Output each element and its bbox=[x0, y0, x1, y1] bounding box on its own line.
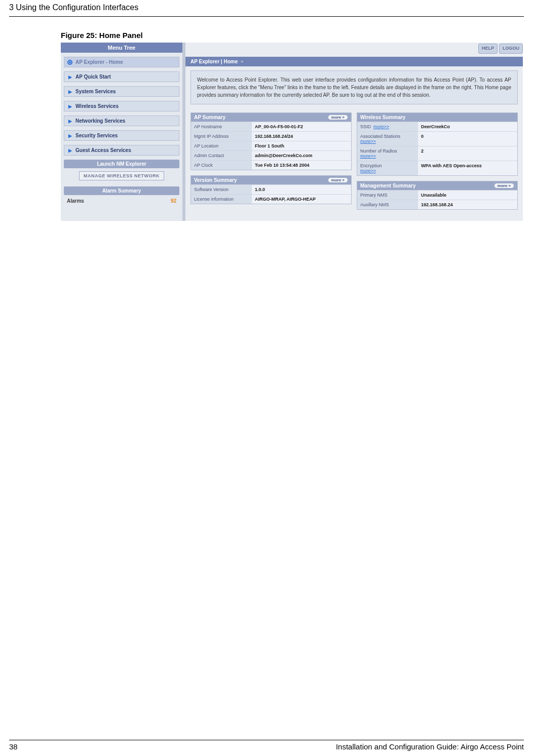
table-row: Mgmt IP Address 192.168.168.24/24 bbox=[191, 131, 351, 141]
table-row: License information AIRGO-MRAP, AIRGO-HE… bbox=[191, 194, 351, 204]
alarm-summary-bar: Alarm Summary bbox=[64, 186, 179, 195]
more-button[interactable]: more » bbox=[328, 177, 348, 183]
cell-key: Associated Stationsmore>> bbox=[357, 132, 418, 146]
cell-value: Floor 1 South bbox=[252, 141, 351, 150]
chevron-right-icon: ›› bbox=[241, 59, 243, 64]
panel-version-summary: Version Summary more » Software Version … bbox=[191, 175, 352, 204]
cell-key: Mgmt IP Address bbox=[191, 132, 252, 141]
cell-key: AP Clock bbox=[191, 161, 252, 170]
cell-value: 1.0.0 bbox=[252, 185, 351, 194]
panel-ap-summary: AP Summary more » AP Hostname AP_00-0A-F… bbox=[191, 112, 352, 170]
cell-value: 2 bbox=[418, 146, 517, 161]
more-link[interactable]: more>> bbox=[360, 154, 376, 159]
sidebar-item-security-services[interactable]: ▶ Security Services bbox=[64, 130, 179, 141]
more-button[interactable]: more » bbox=[328, 115, 348, 120]
more-link[interactable]: more>> bbox=[360, 168, 376, 173]
panels-row-1: AP Summary more » AP Hostname AP_00-0A-F… bbox=[185, 112, 523, 215]
cell-value: AP_00-0A-F5-00-01-F2 bbox=[252, 122, 351, 131]
table-row: AP Location Floor 1 South bbox=[191, 141, 351, 150]
sidebar-item-label: Security Services bbox=[75, 133, 118, 138]
sidebar-item-label: Wireless Services bbox=[75, 103, 119, 109]
topbar: HELP LOGOU bbox=[185, 43, 523, 54]
arrow-right-icon: ▶ bbox=[67, 148, 72, 153]
arrow-right-icon: ▶ bbox=[67, 133, 72, 138]
cell-key: AP Hostname bbox=[191, 122, 252, 131]
cell-value: Tue Feb 10 13:54:48 2004 bbox=[252, 161, 351, 170]
help-button[interactable]: HELP bbox=[478, 44, 498, 54]
arrow-right-icon: ▶ bbox=[67, 89, 72, 94]
sidebar-item-label: Guest Access Services bbox=[75, 147, 131, 153]
sidebar-item-label: AP Explorer - Home bbox=[75, 59, 123, 65]
sidebar-item-wireless-services[interactable]: ▶ Wireless Services bbox=[64, 101, 179, 111]
arrow-right-icon: ▶ bbox=[67, 74, 72, 80]
sidebar-item-guest-access-services[interactable]: ▶ Guest Access Services bbox=[64, 145, 179, 156]
cell-value: AIRGO-MRAP, AIRGO-HEAP bbox=[252, 195, 351, 204]
welcome-message: Welcome to Access Point Explorer. This w… bbox=[191, 70, 518, 104]
logout-button[interactable]: LOGOU bbox=[499, 44, 523, 54]
panel-title: AP Summary bbox=[194, 115, 225, 120]
table-row: AP Hostname AP_00-0A-F5-00-01-F2 bbox=[191, 122, 351, 131]
content-area: HELP LOGOU AP Explorer | Home ›› Welcome… bbox=[185, 43, 523, 221]
more-button[interactable]: more » bbox=[494, 183, 514, 188]
figure-caption: Figure 25: Home Panel bbox=[61, 31, 524, 40]
table-row: Software Version 1.0.0 bbox=[191, 184, 351, 194]
cell-key: Software Version bbox=[191, 185, 252, 194]
alarm-row: Alarms 92 bbox=[61, 195, 182, 207]
table-row: AP Clock Tue Feb 10 13:54:48 2004 bbox=[191, 160, 351, 170]
chapter-heading: 3 Using the Configuration Interfaces bbox=[9, 0, 524, 16]
cell-value: DeerCreekCo bbox=[418, 122, 517, 131]
cell-key: Admin Contact bbox=[191, 151, 252, 160]
more-link[interactable]: more>> bbox=[373, 124, 389, 129]
page-footer: 38 Installation and Configuration Guide:… bbox=[9, 740, 524, 751]
cell-value: Unavailable bbox=[418, 191, 517, 200]
cell-value: 192.168.168.24/24 bbox=[252, 132, 351, 141]
table-row: Admin Contact admin@DeerCreekCo.com bbox=[191, 150, 351, 160]
arrow-right-icon: ▶ bbox=[67, 104, 72, 109]
rule-bottom bbox=[9, 740, 524, 740]
cell-value: 0 bbox=[418, 132, 517, 146]
breadcrumb-text: AP Explorer | Home bbox=[191, 59, 238, 64]
menu-tree-title: Menu Tree bbox=[61, 43, 182, 53]
rule-top bbox=[9, 16, 524, 17]
panel-title: Management Summary bbox=[360, 183, 415, 188]
sidebar-item-label: System Services bbox=[75, 89, 116, 94]
cell-key: License information bbox=[191, 195, 252, 204]
radio-selected-icon bbox=[67, 60, 72, 65]
page-number: 38 bbox=[9, 742, 18, 751]
panel-wireless-summary: Wireless Summary SSID more>> DeerCreekCo… bbox=[357, 112, 518, 176]
alarm-label: Alarms bbox=[67, 198, 84, 204]
sidebar-item-label: Networking Services bbox=[75, 118, 125, 124]
table-row: Auxillary NMS 192.168.168.24 bbox=[357, 200, 517, 209]
more-link[interactable]: more>> bbox=[360, 139, 376, 144]
launch-nm-explorer-bar: Launch NM Explorer bbox=[64, 160, 179, 168]
sidebar-item-ap-explorer-home[interactable]: AP Explorer - Home bbox=[64, 57, 179, 67]
table-row: Number of Radiosmore>> 2 bbox=[357, 146, 517, 161]
screenshot-home-panel: Menu Tree AP Explorer - Home ▶ AP Quick … bbox=[61, 43, 523, 221]
footer-title: Installation and Configuration Guide: Ai… bbox=[336, 742, 524, 751]
table-row: SSID more>> DeerCreekCo bbox=[357, 122, 517, 131]
manage-wireless-network-button[interactable]: MANAGE WIRELESS NETWORK bbox=[79, 171, 164, 180]
cell-key: Encryptionmore>> bbox=[357, 161, 418, 175]
cell-key: Auxillary NMS bbox=[357, 200, 418, 209]
cell-value: 192.168.168.24 bbox=[418, 200, 517, 209]
sidebar-item-networking-services[interactable]: ▶ Networking Services bbox=[64, 116, 179, 126]
panel-title: Version Summary bbox=[194, 177, 237, 183]
table-row: Encryptionmore>> WPA with AES Open-acces… bbox=[357, 161, 517, 175]
panel-management-summary: Management Summary more » Primary NMS Un… bbox=[357, 181, 518, 210]
breadcrumb: AP Explorer | Home ›› bbox=[185, 57, 523, 66]
cell-key: Number of Radiosmore>> bbox=[357, 146, 418, 161]
cell-key: SSID more>> bbox=[357, 122, 418, 131]
alarm-count[interactable]: 92 bbox=[171, 198, 176, 204]
cell-key: AP Location bbox=[191, 141, 252, 150]
table-row: Associated Stationsmore>> 0 bbox=[357, 131, 517, 146]
sidebar-item-label: AP Quick Start bbox=[75, 74, 111, 80]
sidebar-item-ap-quick-start[interactable]: ▶ AP Quick Start bbox=[64, 71, 179, 82]
sidebar-item-system-services[interactable]: ▶ System Services bbox=[64, 86, 179, 97]
sidebar: Menu Tree AP Explorer - Home ▶ AP Quick … bbox=[61, 43, 182, 221]
table-row: Primary NMS Unavailable bbox=[357, 190, 517, 200]
panel-title: Wireless Summary bbox=[360, 115, 405, 120]
arrow-right-icon: ▶ bbox=[67, 119, 72, 124]
cell-key: Primary NMS bbox=[357, 191, 418, 200]
cell-value: WPA with AES Open-access bbox=[418, 161, 517, 175]
cell-value: admin@DeerCreekCo.com bbox=[252, 151, 351, 160]
